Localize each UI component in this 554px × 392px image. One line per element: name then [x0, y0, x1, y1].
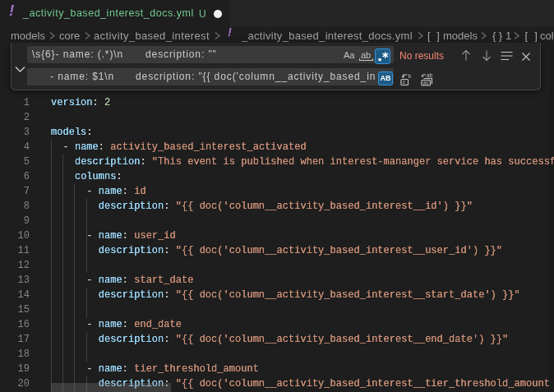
svg-text:b: b [409, 73, 412, 79]
svg-text:ac: ac [423, 80, 430, 85]
svg-text:ab: ab [427, 73, 433, 78]
